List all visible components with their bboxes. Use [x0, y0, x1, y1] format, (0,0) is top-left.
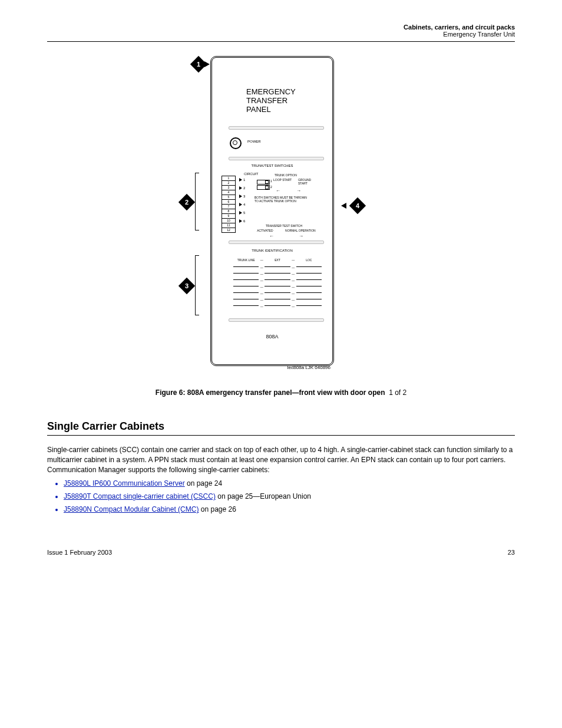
- trunk-id-lines: —— —— —— —— —— —— ——: [233, 266, 322, 312]
- loop-arrow-icon: ←: [276, 188, 280, 193]
- terminal-row: 12: [222, 228, 236, 233]
- arrow-left-icon: ←: [269, 233, 274, 239]
- header-rule: [47, 41, 515, 42]
- circuit-label: CIRCUIT: [244, 172, 258, 176]
- transfer-test-options: ACTIVATED NORMAL OPERATION: [251, 229, 322, 232]
- trunk-switches-label: TRUNK/TEST SWITCHES: [212, 164, 332, 167]
- separator: [229, 241, 324, 244]
- dip-switch-1: [257, 180, 270, 185]
- scc-title: Single Carrier Cabinets: [47, 420, 515, 433]
- callout-4-arrow: [341, 203, 346, 209]
- dip-2-num: 2: [270, 185, 272, 189]
- both-switches-note: BOTH SWITCHES MUST BE THROWN TO ACTIVATE…: [254, 196, 308, 203]
- brace-3: [195, 255, 199, 315]
- scc-paragraph: Single-carrier cabinets (SCC) contain on…: [47, 445, 515, 475]
- scc-link[interactable]: J58890L IP600 Communication Server: [64, 479, 185, 487]
- footer-right: 23: [508, 549, 515, 556]
- scc-link-item: J58890L IP600 Communication Server on pa…: [64, 479, 515, 487]
- image-id: Ied808a LJK 040896: [193, 365, 330, 370]
- figure-wrap: 1 2 3 4 EMERGENCY TRANSFER PANEL POWER: [47, 56, 515, 374]
- dip-1-num: 1: [270, 179, 272, 183]
- trunk-option-label: TRUNK OPTION: [275, 173, 297, 177]
- brace-2: [195, 173, 199, 230]
- scc-link-list: J58890L IP600 Communication Server on pa…: [64, 479, 515, 513]
- trunk-id-label: TRUNK IDENTIFICATION: [212, 249, 332, 252]
- terminal-block: 1 2 3 4 5 6 7 8 9 10 11 12: [222, 176, 236, 232]
- scc-link[interactable]: J58890N Compact Modular Cabinet (CMC): [64, 505, 199, 513]
- page-header: Cabinets, carriers, and circuit packs Em…: [47, 24, 515, 38]
- scc-link-item: J58890T Compact single-carrier cabinet (…: [64, 492, 515, 500]
- figure-caption: Figure 6: 808A emergency transfer panel—…: [47, 388, 515, 397]
- header-section: Cabinets, carriers, and circuit packs: [404, 24, 515, 31]
- panel-outer: EMERGENCY TRANSFER PANEL POWER TRUNK/TES…: [210, 56, 334, 366]
- callout-1-arrow: [204, 61, 210, 67]
- loop-ground-labels: LOOP START GROUND START: [273, 178, 320, 185]
- callout-4: 4: [349, 197, 366, 214]
- separator: [229, 318, 324, 322]
- footer-left: Issue 1 February 2003: [47, 549, 112, 556]
- power-label: POWER: [247, 140, 261, 143]
- transfer-test-arrows: ← →: [257, 233, 316, 239]
- page-footer: Issue 1 February 2003 23: [47, 549, 515, 556]
- trunk-id-headers: TRUNK LINE — EXT — LOC: [233, 258, 322, 262]
- circuit-numbers: 1 2 3 4 5 6: [239, 176, 245, 225]
- callout-2: 2: [178, 194, 195, 210]
- scc-link[interactable]: J58890T Compact single-carrier cabinet (…: [64, 492, 216, 500]
- callout-3: 3: [178, 278, 195, 294]
- dip-switch-2: [257, 185, 270, 190]
- transfer-test-label: TRANSFER TEST SWITCH: [249, 224, 319, 228]
- scc-link-item: J58890N Compact Modular Cabinet (CMC) on…: [64, 505, 515, 513]
- separator: [229, 157, 324, 160]
- panel-title: EMERGENCY TRANSFER PANEL: [246, 87, 317, 114]
- ground-arrow-icon: →: [296, 188, 301, 193]
- separator: [229, 126, 324, 130]
- arrow-right-icon: →: [299, 233, 303, 239]
- header-subsection: Emergency Transfer Unit: [443, 31, 515, 38]
- model-label: 808A: [212, 334, 332, 340]
- scc-rule: [47, 435, 515, 436]
- diagram: 1 2 3 4 EMERGENCY TRANSFER PANEL POWER: [193, 56, 369, 374]
- power-led-icon: [230, 137, 242, 149]
